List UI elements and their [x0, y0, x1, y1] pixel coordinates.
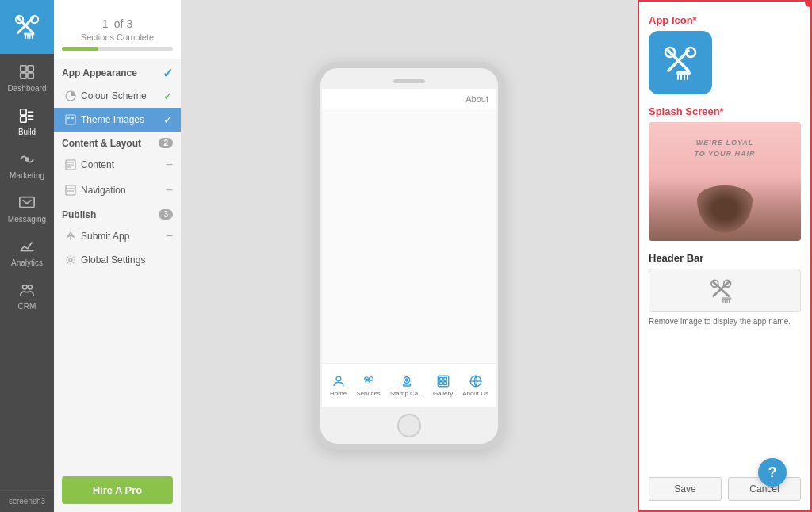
- sidebar-item-content[interactable]: Content −: [54, 152, 181, 178]
- svg-point-21: [23, 285, 28, 290]
- progress-fill: [62, 47, 98, 51]
- main-content: About Home: [181, 0, 638, 512]
- svg-point-35: [69, 258, 72, 262]
- sections-complete-label: Sections Complete: [62, 32, 173, 42]
- icon-sidebar: Dashboard Build Marketing Messaging: [0, 0, 54, 512]
- svg-rect-47: [439, 382, 442, 385]
- splash-screen-title: Splash Screen*: [649, 105, 801, 117]
- sidebar-item-theme-images[interactable]: Theme Images ✓: [54, 108, 181, 132]
- svg-point-18: [25, 158, 29, 161]
- svg-point-22: [28, 285, 32, 290]
- svg-rect-24: [66, 115, 75, 124]
- sidebar-item-dashboard[interactable]: Dashboard: [0, 54, 54, 97]
- phone-nav-services: Services: [356, 374, 381, 397]
- phone-nav-about: About Us: [462, 374, 488, 397]
- phone-content-area: [322, 109, 496, 363]
- red-dot: [805, 0, 812, 7]
- svg-rect-45: [439, 378, 442, 381]
- theme-images-check: ✓: [163, 113, 173, 126]
- svg-rect-12: [28, 73, 33, 78]
- save-button[interactable]: Save: [649, 477, 722, 501]
- content-minus: −: [166, 158, 173, 172]
- content-layout-badge: 2: [159, 138, 173, 148]
- app-logo: [0, 0, 54, 54]
- phone-home-button: [397, 414, 421, 437]
- publish-header: Publish 3: [54, 203, 181, 224]
- svg-rect-25: [67, 117, 70, 119]
- phone-nav-home: Home: [330, 374, 347, 397]
- svg-point-40: [369, 377, 373, 381]
- sidebar-item-analytics[interactable]: Analytics: [0, 228, 54, 272]
- phone-screen: About Home: [322, 89, 496, 407]
- phone-nav-gallery: Gallery: [433, 374, 453, 397]
- publish-badge: 3: [159, 209, 173, 220]
- phone-nav-stamp: Stamp Ca...: [390, 374, 423, 397]
- svg-point-42: [405, 379, 408, 381]
- app-icon-preview[interactable]: [649, 31, 712, 94]
- phone-speaker: [393, 79, 425, 83]
- sidebar-item-global-settings[interactable]: Global Settings: [54, 249, 181, 271]
- sidebar-item-colour-scheme[interactable]: Colour Scheme ✓: [54, 84, 181, 108]
- svg-rect-13: [21, 109, 26, 115]
- svg-rect-48: [443, 382, 446, 385]
- sidebar-item-submit-app[interactable]: Submit App −: [54, 224, 181, 249]
- sidebar-item-navigation[interactable]: Navigation −: [54, 178, 181, 203]
- header-bar-preview[interactable]: [649, 269, 801, 312]
- colour-scheme-check: ✓: [163, 90, 173, 102]
- phone-top-bar: [320, 73, 498, 89]
- svg-rect-19: [20, 197, 34, 208]
- splash-screen-preview[interactable]: WE'RE LOYAL TO YOUR HAIR: [649, 122, 801, 241]
- svg-rect-11: [21, 73, 26, 78]
- progress-bar: [62, 47, 173, 51]
- svg-rect-31: [66, 185, 75, 195]
- svg-rect-46: [443, 378, 446, 381]
- hire-pro-button[interactable]: Hire A Pro: [62, 476, 173, 504]
- sections-complete: 1 of 3 Sections Complete: [54, 0, 181, 59]
- svg-rect-9: [21, 66, 26, 71]
- content-layout-header: Content & Layout 2: [54, 132, 181, 152]
- svg-rect-26: [71, 117, 74, 119]
- secondary-sidebar: 1 of 3 Sections Complete App Appearance …: [54, 0, 181, 512]
- svg-point-36: [336, 376, 341, 381]
- submit-app-minus: −: [166, 229, 173, 243]
- phone-bottom-nav: Home Services: [322, 363, 496, 407]
- app-icon-title: App Icon*: [649, 14, 801, 26]
- sections-complete-count: 1 of 3: [62, 10, 173, 32]
- phone-mockup: About Home: [314, 62, 504, 450]
- sidebar-item-crm[interactable]: CRM: [0, 272, 54, 315]
- svg-rect-14: [21, 117, 26, 122]
- svg-rect-43: [403, 384, 410, 386]
- sidebar-item-build[interactable]: Build: [0, 97, 54, 141]
- phone-nav-bar: About: [322, 89, 496, 109]
- sidebar-item-messaging[interactable]: Messaging: [0, 185, 54, 228]
- header-bar-note: Remove image to display the app name.: [649, 317, 801, 326]
- navigation-minus: −: [166, 183, 173, 197]
- header-bar-title: Header Bar: [649, 252, 801, 264]
- svg-rect-10: [28, 66, 33, 71]
- right-panel: App Icon* Splash Screen* WE'RE LOYAL TO …: [638, 0, 812, 512]
- user-label: screensh3: [0, 490, 54, 512]
- help-button[interactable]: ?: [758, 458, 787, 487]
- app-appearance-header: App Appearance ✓: [54, 59, 181, 84]
- splash-text: WE'RE LOYAL TO YOUR HAIR: [694, 138, 755, 159]
- sidebar-item-marketing[interactable]: Marketing: [0, 141, 54, 185]
